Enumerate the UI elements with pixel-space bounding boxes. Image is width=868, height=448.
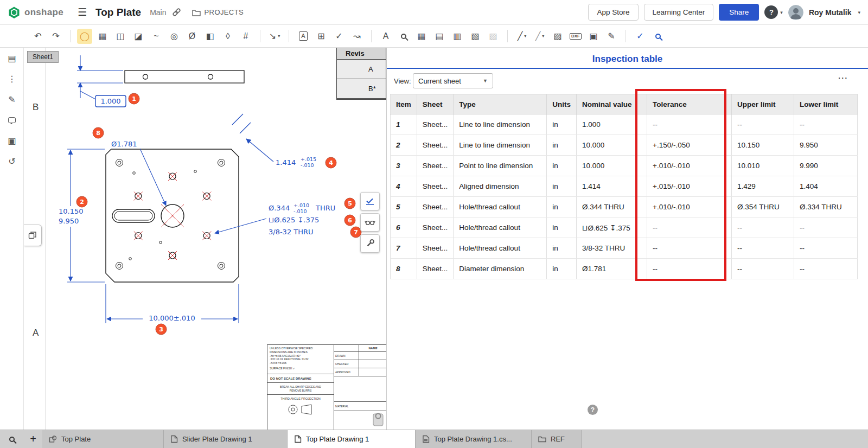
column-header-nominal[interactable]: Nominal value [577, 94, 647, 114]
detail-view-icon[interactable]: ◎ [167, 29, 182, 44]
wrench-button[interactable] [360, 234, 380, 253]
text-tool-icon[interactable]: A [378, 29, 393, 44]
dimension-text-large-dia[interactable]: Ø1.781 [111, 140, 137, 148]
app-store-button[interactable]: App Store [588, 4, 638, 21]
share-link-icon[interactable] [172, 8, 181, 17]
callout-hole-thru[interactable]: THRU [315, 204, 335, 212]
workspace-name[interactable]: Main [150, 8, 166, 17]
inspect-glasses-button[interactable] [360, 213, 380, 232]
tab-top-plate-drawing-1-csv[interactable]: Top Plate Drawing 1.cs... [416, 430, 532, 448]
drawing-area[interactable]: 1.000 [24, 48, 386, 430]
find-tool-icon[interactable] [396, 29, 411, 44]
sheet-list-icon[interactable]: ▤ [432, 29, 447, 44]
callout-hole-dia[interactable]: Ø.344 [269, 204, 290, 212]
balloon-3[interactable]: 3 [156, 324, 167, 335]
sheet-tab-label[interactable]: Sheet1 [27, 51, 59, 63]
tab-top-plate[interactable]: Top Plate [42, 430, 164, 448]
weld-table-icon[interactable]: ▨ [486, 29, 501, 44]
more-options-button[interactable]: ⋯ [838, 72, 848, 84]
inspection-symbol-icon[interactable]: ✓ [633, 29, 648, 44]
dimension-tool-icon[interactable]: ↘▾ [267, 29, 282, 44]
crop-view-icon[interactable]: # [238, 29, 253, 44]
column-header-sheet[interactable]: Sheet [417, 94, 454, 114]
callout-thread[interactable]: 3/8-32 THRU [269, 228, 314, 236]
sheets-flyout-tab[interactable] [24, 225, 42, 246]
callout-hole-plus[interactable]: +.010 [293, 202, 309, 208]
column-header-upper[interactable]: Upper limit [732, 94, 794, 114]
spline-tool-icon[interactable]: ~ [149, 29, 164, 44]
inspection-row-3[interactable]: 3Sheet...Point to line dimensionin10.000… [391, 156, 858, 176]
bom-table-icon[interactable]: ▥ [450, 29, 465, 44]
feature-list-icon[interactable]: ▤ [0, 48, 24, 68]
undo-icon[interactable]: ↶ [30, 29, 46, 44]
help-button[interactable]: ? [764, 5, 778, 19]
tab-ref[interactable]: REF [532, 430, 582, 448]
callout-hole-minus[interactable]: -.010 [293, 208, 307, 214]
add-tab-button[interactable]: + [24, 430, 42, 448]
insert-icon[interactable]: ⋮ [0, 68, 24, 89]
column-header-lower[interactable]: Lower limit [794, 94, 858, 114]
dimension-text-chamfer-minus[interactable]: -.010 [301, 162, 314, 168]
dimension-text-chamfer[interactable]: 1.414 [276, 158, 296, 167]
inspection-row-1[interactable]: 1Sheet...Line to line dimensionin1.000--… [391, 114, 858, 135]
dimension-text-thickness[interactable]: 1.000 [100, 97, 120, 105]
inspection-row-7[interactable]: 7Sheet...Hole/thread calloutin3/8-32 THR… [391, 238, 858, 259]
projected-view-icon[interactable]: ◫ [113, 29, 128, 44]
dimension-text-height-upper[interactable]: 10.150 [59, 207, 84, 215]
redo-icon[interactable]: ↷ [48, 29, 63, 44]
chamfer-dimension[interactable] [232, 114, 273, 162]
auxiliary-view-icon[interactable]: ◧ [202, 29, 218, 44]
comments-icon[interactable] [0, 110, 24, 130]
balloon-6[interactable]: 6 [344, 215, 355, 226]
construction-line-icon[interactable]: ╱▾ [532, 29, 547, 44]
insert-view-icon[interactable]: ▦ [95, 29, 110, 44]
dimension-inspection-button[interactable] [360, 192, 380, 210]
inspection-table-icon[interactable] [650, 29, 666, 44]
image-tool-icon[interactable]: ▣ [586, 29, 601, 44]
tab-top-plate-drawing-1[interactable]: Top Plate Drawing 1 [288, 430, 416, 448]
markup-icon[interactable]: ✎ [0, 89, 24, 110]
sketch-tool-icon[interactable]: ✎ [604, 29, 619, 44]
leader-tool-icon[interactable]: ↝ [349, 29, 365, 44]
balloon-7[interactable]: 7 [350, 227, 361, 238]
note-tool-icon[interactable]: A [296, 29, 311, 44]
projects-breadcrumb[interactable]: PROJECTS [192, 8, 244, 16]
onshape-logo[interactable]: onshape [8, 6, 63, 19]
column-header-type[interactable]: Type [454, 94, 547, 114]
dimension-text-chamfer-plus[interactable]: +.015 [301, 156, 316, 162]
column-header-units[interactable]: Units [547, 94, 577, 114]
parts-icon[interactable]: ▣ [0, 130, 24, 151]
dimension-text-width[interactable]: 10.000±.010 [149, 314, 195, 322]
dxf-export-icon[interactable]: DXF [568, 29, 583, 44]
line-style-icon[interactable]: ╱▾ [514, 29, 529, 44]
balloon-1[interactable]: 1 [129, 93, 139, 104]
view-dropdown[interactable]: Current sheet ▼ [413, 73, 493, 88]
callout-counterbore[interactable]: ⊔Ø.625 ↧.375 [269, 216, 319, 224]
inspection-row-8[interactable]: 8Sheet...Diameter dimensioninØ1.781-----… [391, 259, 858, 279]
panel-help-button[interactable]: ? [588, 405, 598, 415]
tab-slider-plate-drawing-1[interactable]: Slider Plate Drawing 1 [164, 430, 288, 448]
center-mark-tool-icon[interactable]: ◯ [77, 29, 92, 44]
learning-center-button[interactable]: Learning Center [644, 4, 714, 21]
inspection-row-5[interactable]: 5Sheet...Hole/thread calloutinØ.344 THRU… [391, 197, 858, 217]
section-view-icon[interactable]: Ø [184, 29, 200, 44]
share-button[interactable]: Share [719, 4, 759, 21]
hatch-tool-icon[interactable]: ▨ [550, 29, 565, 44]
column-header-item[interactable]: Item [391, 94, 417, 114]
gdt-tool-icon[interactable]: ⊞ [314, 29, 329, 44]
broken-view-icon[interactable]: ◊ [220, 29, 235, 44]
user-name[interactable]: Roy Mutalik [809, 8, 852, 17]
balloon-4[interactable]: 4 [326, 157, 336, 168]
history-icon[interactable]: ↺ [0, 151, 24, 171]
main-menu-icon[interactable]: ☰ [78, 6, 87, 18]
user-avatar[interactable] [788, 5, 803, 20]
dimension-text-height-lower[interactable]: 9.950 [59, 217, 79, 225]
search-tabs-button[interactable] [0, 430, 24, 448]
revision-table[interactable]: Revis A B* [336, 48, 386, 100]
inspection-row-6[interactable]: 6Sheet...Hole/thread calloutin⊔Ø.625 ↧.3… [391, 217, 858, 238]
eraser-tool-icon[interactable]: ◪ [131, 29, 146, 44]
table-tool-icon[interactable]: ▦ [414, 29, 429, 44]
balloon-8[interactable]: 8 [93, 127, 104, 138]
hole-table-icon[interactable]: ▧ [468, 29, 483, 44]
inspection-row-4[interactable]: 4Sheet...Aligned dimensionin1.414+.015/-… [391, 176, 858, 197]
